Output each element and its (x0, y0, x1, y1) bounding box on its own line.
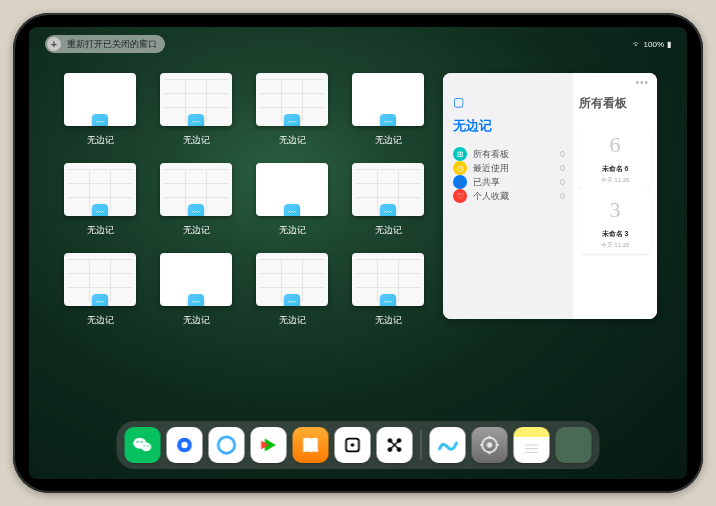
sidebar-item-icon: ◷ (453, 161, 467, 175)
freeform-app-icon (92, 114, 108, 126)
window-label: 无边记 (279, 224, 306, 237)
freeform-app-icon (284, 204, 300, 216)
freeform-panel[interactable]: ••• ▢ 无边记 ⊞所有看板0◷最近使用0👤已共享0♡个人收藏0 所有看板 6… (443, 73, 657, 319)
window-label: 无边记 (87, 134, 114, 147)
window-item[interactable]: 无边记 (155, 73, 237, 147)
window-thumbnail[interactable] (256, 253, 328, 306)
window-item[interactable]: 无边记 (251, 73, 333, 147)
svg-point-12 (351, 443, 355, 447)
window-label: 无边记 (375, 224, 402, 237)
board-card[interactable]: 6未命名 6今天 11:25 (579, 124, 651, 189)
window-item[interactable]: 无边记 (59, 253, 141, 327)
plus-icon[interactable]: + (47, 37, 61, 51)
board-label: 未命名 6 (602, 164, 629, 174)
dock-freeform-icon[interactable] (430, 427, 466, 463)
freeform-app-icon (188, 294, 204, 306)
window-thumbnail[interactable] (352, 253, 424, 306)
board-thumbnail: 3 (595, 193, 635, 227)
sidebar-item[interactable]: 👤已共享0 (453, 175, 565, 189)
window-thumbnail[interactable] (64, 73, 136, 126)
svg-point-4 (144, 445, 145, 446)
status-bar: + 重新打开已关闭的窗口 ᯤ 100% ▮ (45, 35, 671, 53)
window-item[interactable]: 无边记 (347, 253, 429, 327)
window-thumbnail[interactable] (160, 163, 232, 216)
sidebar-item-label: 最近使用 (473, 162, 509, 175)
freeform-app-icon (380, 114, 396, 126)
window-thumbnail[interactable] (160, 253, 232, 306)
panel-sidebar: ▢ 无边记 ⊞所有看板0◷最近使用0👤已共享0♡个人收藏0 (443, 73, 573, 319)
window-item[interactable]: 无边记 (155, 253, 237, 327)
window-thumbnail[interactable] (160, 73, 232, 126)
dock-notes-icon[interactable] (514, 427, 550, 463)
panel-more-icon[interactable]: ••• (635, 77, 649, 88)
screen: + 重新打开已关闭的窗口 ᯤ 100% ▮ 无边记无边记无边记无边记无边记无边记… (29, 27, 687, 479)
dock-dice-app-icon[interactable] (335, 427, 371, 463)
sidebar-toggle-icon[interactable]: ▢ (453, 95, 565, 109)
board-card[interactable]: 3未命名 3今天 11:25 (579, 189, 651, 254)
freeform-app-icon (188, 114, 204, 126)
window-label: 无边记 (375, 134, 402, 147)
dock (117, 421, 600, 469)
window-label: 无边记 (279, 134, 306, 147)
dock-settings-icon[interactable] (472, 427, 508, 463)
reopen-closed-label: 重新打开已关闭的窗口 (67, 38, 157, 51)
window-item[interactable]: 无边记 (251, 163, 333, 237)
dock-qq-hd-icon[interactable] (167, 427, 203, 463)
window-label: 无边记 (87, 314, 114, 327)
dock-separator (421, 430, 422, 460)
window-label: 无边记 (375, 314, 402, 327)
board-label: 未命名 3 (602, 229, 629, 239)
window-label: 无边记 (183, 224, 210, 237)
freeform-app-icon (188, 204, 204, 216)
sidebar-item-icon: ⊞ (453, 147, 467, 161)
freeform-app-icon (92, 204, 108, 216)
window-label: 无边记 (279, 314, 306, 327)
panel-boards: 所有看板 6未命名 6今天 11:253未命名 3今天 11:25 (573, 73, 657, 319)
svg-point-7 (181, 442, 187, 448)
sidebar-item-icon: ♡ (453, 189, 467, 203)
dock-app-library-icon[interactable] (556, 427, 592, 463)
freeform-app-icon (92, 294, 108, 306)
sidebar-item[interactable]: ⊞所有看板0 (453, 147, 565, 161)
window-label: 无边记 (183, 134, 210, 147)
window-thumbnail[interactable] (256, 163, 328, 216)
svg-point-3 (141, 441, 143, 443)
window-thumbnail[interactable] (256, 73, 328, 126)
dock-wechat-icon[interactable] (125, 427, 161, 463)
dock-connect-app-icon[interactable] (377, 427, 413, 463)
sidebar-item-count: 0 (560, 163, 565, 173)
svg-point-5 (147, 445, 148, 446)
window-item[interactable]: 无边记 (155, 163, 237, 237)
battery-icon: ▮ (667, 40, 671, 49)
window-item[interactable]: 无边记 (59, 163, 141, 237)
sidebar-item-label: 已共享 (473, 176, 500, 189)
window-item[interactable]: 无边记 (251, 253, 333, 327)
board-thumbnail: 6 (595, 128, 635, 162)
window-thumbnail[interactable] (64, 163, 136, 216)
freeform-app-icon (284, 294, 300, 306)
freeform-app-icon (380, 204, 396, 216)
sidebar-item[interactable]: ♡个人收藏0 (453, 189, 565, 203)
svg-point-8 (218, 437, 235, 454)
window-item[interactable]: 无边记 (347, 163, 429, 237)
dock-qq-browser-icon[interactable] (209, 427, 245, 463)
window-thumbnail[interactable] (64, 253, 136, 306)
dock-iqiyi-icon[interactable] (251, 427, 287, 463)
dock-books-icon[interactable] (293, 427, 329, 463)
sidebar-item[interactable]: ◷最近使用0 (453, 161, 565, 175)
freeform-app-icon (284, 114, 300, 126)
window-thumbnail[interactable] (352, 73, 424, 126)
window-label: 无边记 (183, 314, 210, 327)
window-thumbnail[interactable] (352, 163, 424, 216)
sidebar-item-icon: 👤 (453, 175, 467, 189)
sidebar-item-label: 所有看板 (473, 148, 509, 161)
battery-text: 100% (644, 40, 664, 49)
content: 无边记无边记无边记无边记无边记无边记无边记无边记无边记无边记无边记无边记 •••… (59, 67, 657, 419)
reopen-closed-chip[interactable]: + 重新打开已关闭的窗口 (45, 35, 165, 53)
window-label: 无边记 (87, 224, 114, 237)
ipad-frame: + 重新打开已关闭的窗口 ᯤ 100% ▮ 无边记无边记无边记无边记无边记无边记… (13, 13, 703, 493)
window-item[interactable]: 无边记 (59, 73, 141, 147)
board-timestamp: 今天 11:25 (601, 176, 630, 185)
window-item[interactable]: 无边记 (347, 73, 429, 147)
status-right: ᯤ 100% ▮ (633, 40, 671, 49)
